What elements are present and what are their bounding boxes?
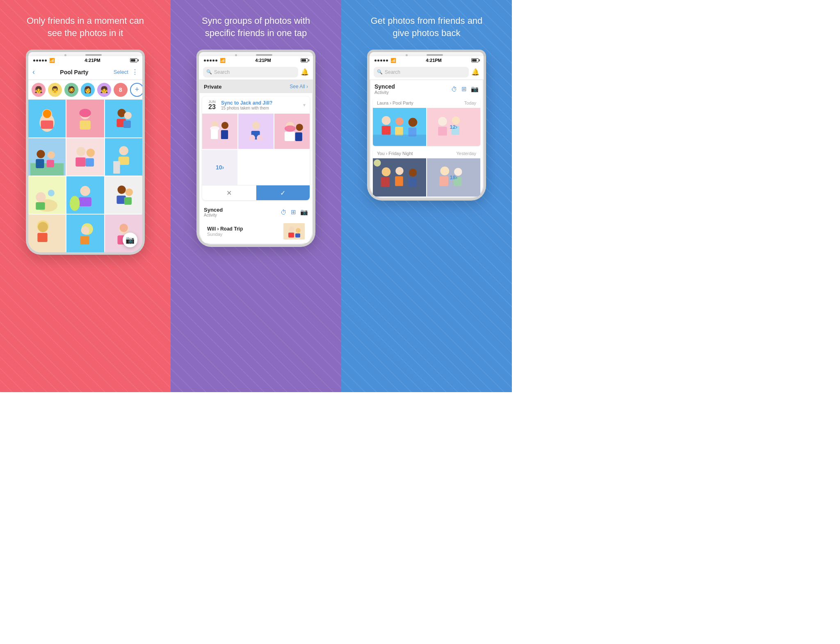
svg-point-62 [252, 121, 260, 129]
svg-point-76 [296, 228, 301, 233]
photo-cell[interactable] [28, 176, 66, 214]
reject-button[interactable]: ✕ [202, 185, 256, 200]
p3-grid-icon[interactable]: ⊞ [461, 85, 467, 93]
status-bar-2: 📶 4:21PM [199, 56, 313, 64]
sync-photo-more-cell[interactable]: 10› [202, 150, 237, 185]
photo-cell[interactable] [28, 100, 66, 137]
battery-icon-1 [130, 58, 137, 62]
more-button[interactable]: ⋮ [132, 68, 138, 76]
photo-cell[interactable] [66, 100, 104, 137]
activity-thumbnail [283, 223, 305, 240]
add-avatar-button[interactable]: + [130, 83, 144, 97]
p2-search-bar: 🔍 Search 🔔 [199, 64, 313, 80]
svg-rect-22 [76, 157, 86, 166]
p3-synced-title: Synced [374, 83, 395, 90]
avatar-6[interactable]: 8 [114, 83, 128, 97]
svg-point-41 [125, 188, 132, 196]
private-section-header: Private See All › [199, 80, 313, 93]
notification-bell-3[interactable]: 🔔 [471, 68, 479, 76]
check-icon: ✓ [280, 189, 285, 197]
album-photo-cell[interactable] [373, 158, 426, 196]
svg-rect-98 [409, 178, 417, 187]
svg-rect-73 [283, 223, 305, 240]
album-1-more-count: 12› [427, 108, 480, 146]
svg-rect-55 [202, 114, 237, 149]
activity-row: Will › Road Trip Sunday [202, 220, 310, 243]
svg-rect-80 [382, 126, 391, 135]
back-button[interactable]: ‹ [32, 68, 35, 76]
select-button[interactable]: Select [114, 69, 128, 75]
svg-point-18 [48, 151, 55, 158]
photo-cell[interactable] [105, 176, 142, 214]
svg-point-49 [81, 226, 89, 235]
phone-3-shell: 📶 4:21PM 🔍 Search 🔔 [367, 56, 486, 201]
accept-button[interactable]: ✓ [256, 185, 310, 200]
search-input-2[interactable]: 🔍 Search [203, 67, 298, 78]
svg-rect-38 [105, 176, 142, 214]
phone-speaker [85, 54, 102, 56]
status-time-2: 4:21PM [255, 58, 271, 63]
svg-point-21 [77, 147, 86, 156]
notification-bell-2[interactable]: 🔔 [301, 68, 309, 76]
photo-cell[interactable] [105, 138, 142, 176]
svg-point-65 [257, 135, 263, 141]
svg-rect-94 [381, 177, 390, 187]
avatar-2[interactable]: 👨 [48, 83, 62, 97]
photo-cell[interactable] [66, 138, 104, 176]
svg-point-58 [221, 122, 228, 129]
svg-rect-71 [295, 132, 302, 141]
sync-photo-cell[interactable] [274, 114, 310, 149]
svg-point-81 [395, 118, 404, 126]
album-photo-cell[interactable] [373, 108, 426, 146]
search-placeholder-3: Search [385, 69, 400, 75]
avatar-5[interactable]: 👧 [97, 83, 111, 97]
search-input-3[interactable]: 🔍 Search [374, 67, 469, 78]
svg-point-26 [119, 146, 128, 155]
svg-point-37 [70, 196, 80, 211]
photo-cell[interactable] [105, 100, 142, 137]
status-time-1: 4:21PM [84, 58, 100, 63]
svg-rect-85 [373, 135, 426, 146]
p3-camera-icon[interactable]: 📷 [471, 85, 479, 93]
svg-point-93 [382, 167, 391, 176]
avatar-3[interactable]: 🧔 [64, 83, 78, 97]
svg-point-31 [36, 192, 46, 202]
status-time-3: 4:21PM [426, 58, 442, 63]
avatar-1[interactable]: 👧 [32, 83, 46, 97]
sync-card[interactable]: JUN 23 Sync to Jack and Jill? 15 photos … [202, 96, 310, 200]
activity-name: Will › Road Trip [207, 226, 243, 232]
clock-icon[interactable]: ⏱ [281, 209, 287, 216]
album-photo-cell[interactable]: 12› [427, 108, 480, 146]
phone-2: 📶 4:21PM 🔍 Search 🔔 Private [196, 50, 315, 247]
svg-point-70 [296, 124, 303, 131]
grid-icon[interactable]: ⊞ [291, 208, 296, 216]
album-card-pool-party: Laura › Pool Party Today [373, 98, 480, 146]
see-all-link[interactable]: See All › [290, 84, 308, 89]
p3-clock-icon[interactable]: ⏱ [451, 86, 457, 93]
sync-date: JUN 23 [206, 100, 218, 110]
photo-cell[interactable] [66, 215, 104, 252]
sync-photo-cell[interactable] [202, 114, 237, 149]
album-photo-cell[interactable]: 18› [427, 158, 480, 196]
photo-cell[interactable] [105, 215, 142, 252]
svg-rect-13 [123, 121, 130, 128]
svg-rect-75 [288, 233, 294, 238]
photo-cell[interactable] [28, 215, 66, 252]
photo-cell[interactable] [28, 138, 66, 176]
svg-point-8 [80, 109, 91, 117]
chevron-right-icon: › [306, 84, 308, 89]
camera-icon[interactable]: 📷 [300, 208, 308, 216]
avatar-4[interactable]: 👩 [81, 83, 95, 97]
add-photo-fab[interactable]: 📷 [123, 233, 137, 247]
svg-rect-20 [66, 138, 104, 176]
album-2-when: Yesterday [456, 151, 476, 156]
photo-cell[interactable] [66, 176, 104, 214]
battery-icon-2 [301, 58, 308, 62]
panel-sync: Sync groups of photos with specific frie… [171, 0, 341, 392]
phone-camera [64, 54, 66, 56]
sync-photo-cell[interactable] [238, 114, 274, 149]
private-label: Private [204, 84, 221, 90]
photo-grid-1: 📷 [28, 100, 142, 252]
status-bar-1: 📶 4:21PM [28, 56, 142, 64]
album-1-photos: 12› [373, 108, 480, 146]
